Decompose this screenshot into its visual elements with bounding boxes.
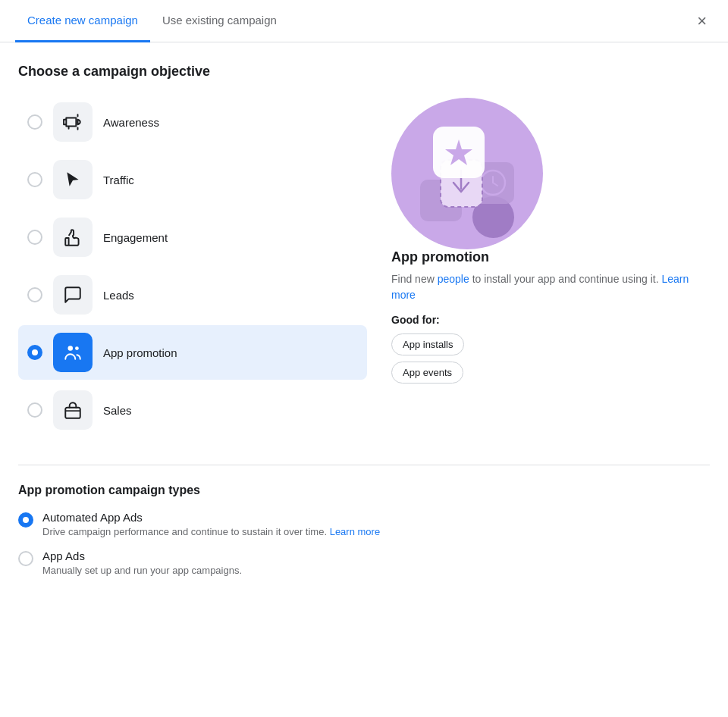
radio-app-ads[interactable]: [18, 551, 33, 566]
svg-rect-2: [65, 408, 80, 418]
radio-traffic[interactable]: [27, 172, 42, 187]
tab-use-existing[interactable]: Use existing campaign: [150, 0, 289, 42]
campaign-types-title: App promotion campaign types: [18, 484, 710, 497]
radio-awareness[interactable]: [27, 114, 42, 130]
objective-engagement-label: Engagement: [103, 231, 168, 244]
tag-app-events: App events: [391, 362, 463, 384]
good-for-label: Good for:: [391, 314, 710, 326]
objective-app-promotion-label: App promotion: [103, 346, 177, 359]
section-title: Choose a campaign objective: [18, 64, 710, 80]
bag-icon: [63, 400, 83, 420]
icon-box-app-promotion: [53, 333, 93, 372]
campaign-type-app-ads-text: App Ads Manually set up and run your app…: [42, 549, 242, 576]
tags-container: App installs App events: [391, 333, 710, 384]
campaign-type-app-ads-name: App Ads: [42, 549, 242, 562]
tag-app-installs: App installs: [391, 333, 464, 355]
tab-bar: Create new campaign Use existing campaig…: [0, 0, 728, 42]
objective-sales[interactable]: Sales: [18, 383, 367, 437]
people-icon: [63, 343, 83, 362]
icon-box-sales: [53, 390, 93, 430]
svg-point-1: [75, 346, 79, 350]
svg-point-0: [68, 346, 74, 351]
main-content: Choose a campaign objective Awareness: [0, 42, 728, 609]
icon-box-engagement: [53, 218, 93, 257]
preview-people-link[interactable]: people: [438, 273, 469, 285]
objective-app-promotion[interactable]: App promotion: [18, 325, 367, 380]
campaign-types-section: App promotion campaign types Automated A…: [18, 465, 710, 576]
radio-engagement[interactable]: [27, 230, 42, 245]
cursor-icon: [63, 170, 83, 189]
campaign-type-app-ads-desc: Manually set up and run your app campaig…: [42, 565, 242, 576]
radio-sales[interactable]: [27, 402, 42, 418]
campaign-type-app-ads[interactable]: App Ads Manually set up and run your app…: [18, 549, 710, 576]
objective-sales-label: Sales: [103, 404, 132, 417]
campaign-type-automated-desc: Drive campaign performance and continue …: [42, 526, 380, 537]
objective-leads[interactable]: Leads: [18, 268, 367, 322]
automated-learn-more-link[interactable]: Learn more: [330, 526, 380, 537]
megaphone-icon: [63, 112, 83, 132]
objective-awareness[interactable]: Awareness: [18, 95, 367, 149]
preview-illustration: [391, 98, 543, 249]
preview-title: App promotion: [391, 249, 710, 265]
main-layout: Awareness Traffic: [18, 95, 710, 440]
tab-create-new[interactable]: Create new campaign: [15, 0, 150, 42]
objective-awareness-label: Awareness: [103, 116, 159, 129]
app-promotion-illustration: [391, 98, 543, 249]
objective-list: Awareness Traffic: [18, 95, 367, 440]
objective-traffic-label: Traffic: [103, 174, 134, 186]
radio-leads[interactable]: [27, 287, 42, 302]
preview-description: Find new people to install your app and …: [391, 271, 710, 303]
icon-box-leads: [53, 275, 93, 315]
campaign-type-automated-name: Automated App Ads: [42, 511, 380, 524]
objective-traffic[interactable]: Traffic: [18, 152, 367, 207]
modal-container: Create new campaign Use existing campaig…: [0, 0, 728, 717]
icon-box-awareness: [53, 102, 93, 142]
preview-panel: App promotion Find new people to install…: [391, 95, 710, 440]
radio-app-promotion[interactable]: [27, 345, 42, 360]
icon-box-traffic: [53, 160, 93, 199]
campaign-type-automated-text: Automated App Ads Drive campaign perform…: [42, 511, 380, 537]
objective-leads-label: Leads: [103, 289, 134, 302]
objective-engagement[interactable]: Engagement: [18, 210, 367, 265]
close-button[interactable]: ×: [691, 10, 713, 33]
radio-automated-app-ads[interactable]: [18, 512, 33, 528]
thumbsup-icon: [63, 227, 83, 247]
campaign-type-automated[interactable]: Automated App Ads Drive campaign perform…: [18, 511, 710, 537]
chat-icon: [63, 285, 83, 305]
